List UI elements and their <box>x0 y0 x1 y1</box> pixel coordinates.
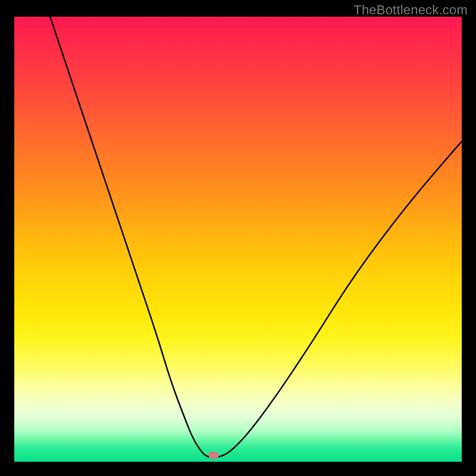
plot-area <box>14 17 462 462</box>
bottleneck-curve <box>14 17 462 462</box>
curve-path <box>50 17 462 458</box>
chart-frame: TheBottleneck.com <box>0 0 476 476</box>
optimum-marker <box>208 452 219 459</box>
watermark-text: TheBottleneck.com <box>353 2 468 18</box>
